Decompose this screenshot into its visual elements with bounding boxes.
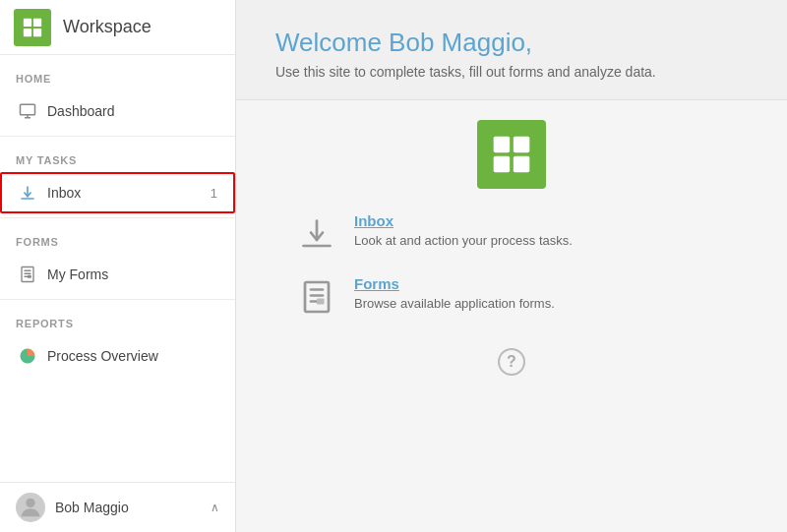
svg-rect-17 <box>514 137 530 153</box>
svg-rect-9 <box>22 267 33 282</box>
inbox-feature-text: Inbox Look at and action your process ta… <box>354 212 573 249</box>
svg-rect-18 <box>494 156 511 173</box>
main-header: Welcome Bob Maggio, Use this site to com… <box>236 0 787 100</box>
svg-rect-22 <box>305 282 329 312</box>
dashboard-label: Dashboard <box>47 103 217 119</box>
forms-feature-title[interactable]: Forms <box>354 275 555 292</box>
inbox-label: Inbox <box>47 185 211 201</box>
welcome-heading: Welcome Bob Maggio, <box>275 28 748 58</box>
inbox-feature-icon <box>295 212 338 256</box>
svg-rect-4 <box>21 104 35 115</box>
main-content: Welcome Bob Maggio, Use this site to com… <box>236 0 787 532</box>
inbox-icon <box>18 183 37 203</box>
svg-rect-26 <box>317 299 325 305</box>
forms-feature-desc: Browse available application forms. <box>354 296 555 311</box>
section-reports: REPORTS <box>0 304 235 335</box>
sidebar-item-dashboard[interactable]: Dashboard <box>0 90 235 132</box>
app-logo-main <box>477 120 546 189</box>
svg-rect-2 <box>24 28 31 35</box>
svg-rect-19 <box>514 156 530 173</box>
sidebar-footer[interactable]: Bob Maggio ∧ <box>0 482 235 532</box>
process-overview-label: Process Overview <box>47 348 217 364</box>
main-body: Inbox Look at and action your process ta… <box>236 100 787 532</box>
sidebar-item-inbox[interactable]: Inbox 1 <box>0 172 235 213</box>
section-forms: FORMS <box>0 222 235 254</box>
feature-list: Inbox Look at and action your process ta… <box>295 212 728 338</box>
sidebar-header: Workspace <box>0 0 235 55</box>
forms-feature-icon <box>295 275 338 319</box>
sidebar-nav: HOME Dashboard MY TASKS Inb <box>0 55 235 482</box>
sidebar: Workspace HOME Dashboard MY TASKS <box>0 0 236 532</box>
inbox-feature-title[interactable]: Inbox <box>354 212 573 229</box>
sidebar-item-process-overview[interactable]: Process Overview <box>0 335 235 377</box>
my-forms-label: My Forms <box>47 266 217 282</box>
forms-icon <box>18 265 37 284</box>
forms-feature-item: Forms Browse available application forms… <box>295 275 728 319</box>
avatar <box>16 493 45 522</box>
section-my-tasks: MY TASKS <box>0 141 235 172</box>
forms-feature-text: Forms Browse available application forms… <box>354 275 555 312</box>
inbox-feature-item: Inbox Look at and action your process ta… <box>295 212 728 256</box>
inbox-feature-desc: Look at and action your process tasks. <box>354 233 573 248</box>
workspace-title: Workspace <box>63 17 151 37</box>
svg-rect-0 <box>24 18 31 26</box>
chevron-up-icon: ∧ <box>211 501 219 514</box>
svg-rect-1 <box>33 18 41 26</box>
section-home: HOME <box>0 59 235 90</box>
monitor-icon <box>18 101 37 121</box>
inbox-badge: 1 <box>211 186 217 201</box>
sidebar-item-my-forms[interactable]: My Forms <box>0 254 235 295</box>
help-area: ? <box>498 348 525 376</box>
app-logo-icon <box>14 9 51 46</box>
svg-point-15 <box>26 499 34 507</box>
svg-rect-16 <box>494 137 511 153</box>
pie-chart-icon <box>18 346 37 366</box>
svg-rect-13 <box>28 275 31 278</box>
svg-rect-3 <box>33 28 41 35</box>
welcome-subtitle: Use this site to complete tasks, fill ou… <box>275 64 748 80</box>
footer-username: Bob Maggio <box>55 500 211 515</box>
help-icon[interactable]: ? <box>498 348 525 376</box>
